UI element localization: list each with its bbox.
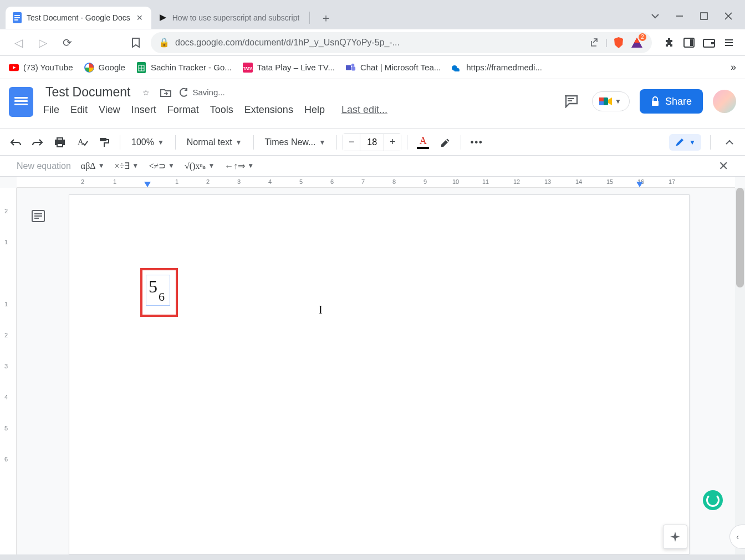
browser-toolbar: ◁ ▷ ⟳ 🔒 docs.google.com/document/d/1hP_y… xyxy=(0,29,745,56)
document-title-input[interactable]: Test Document xyxy=(43,84,132,101)
font-size-control: − + xyxy=(343,133,401,151)
document-page[interactable]: 5 6 I xyxy=(69,194,690,554)
comment-history-icon[interactable] xyxy=(560,90,582,112)
greek-letters-dropdown[interactable]: αβΔ▼ xyxy=(81,161,105,171)
relations-dropdown[interactable]: <≠⊃▼ xyxy=(149,161,175,171)
share-url-icon[interactable] xyxy=(590,38,600,48)
menu-bar: File Edit View Insert Format Tools Exten… xyxy=(43,104,550,116)
indent-marker-right[interactable] xyxy=(636,182,643,187)
nav-back-button[interactable]: ◁ xyxy=(9,33,28,52)
docs-home-button[interactable] xyxy=(9,87,33,117)
svg-point-26 xyxy=(351,63,354,66)
bookmark-youtube[interactable]: (73) YouTube xyxy=(9,63,73,73)
menu-help[interactable]: Help xyxy=(304,104,325,116)
equation-object[interactable]: 5 6 xyxy=(146,275,170,306)
meet-icon xyxy=(598,95,613,107)
spellcheck-button[interactable]: A xyxy=(72,132,92,152)
horizontal-scrollbar[interactable] xyxy=(0,554,745,560)
minimize-button[interactable] xyxy=(673,9,686,23)
separator xyxy=(407,135,407,150)
menu-extensions[interactable]: Extensions xyxy=(244,104,293,116)
editing-mode-dropdown[interactable]: ▼ xyxy=(669,134,701,151)
address-bar[interactable]: 🔒 docs.google.com/document/d/1hP_y_UsnQ7… xyxy=(151,32,652,53)
brave-rewards-icon[interactable] xyxy=(630,35,644,50)
chevron-down-icon: ▼ xyxy=(247,162,254,170)
print-button[interactable] xyxy=(50,132,70,152)
star-icon[interactable]: ☆ xyxy=(139,86,152,99)
google-icon xyxy=(84,63,94,73)
vertical-scrollbar[interactable] xyxy=(735,188,745,560)
account-avatar[interactable] xyxy=(713,90,736,113)
bookmark-page-icon[interactable] xyxy=(126,33,145,52)
misc-operations-dropdown[interactable]: ×÷∃▼ xyxy=(115,161,139,171)
browser-tab-inactive[interactable]: How to use superscript and subscript xyxy=(151,7,307,29)
more-tools-button[interactable]: ••• xyxy=(467,132,487,152)
separator xyxy=(175,135,176,150)
zoom-dropdown[interactable]: 100%▼ xyxy=(126,132,170,152)
menu-view[interactable]: View xyxy=(99,104,120,116)
wallet-icon[interactable] xyxy=(702,35,716,50)
undo-button[interactable] xyxy=(6,132,25,152)
collapse-toolbar-button[interactable] xyxy=(720,132,739,152)
menu-insert[interactable]: Insert xyxy=(131,104,156,116)
paragraph-style-dropdown[interactable]: Normal text▼ xyxy=(181,132,248,152)
separator xyxy=(336,135,337,150)
bookmark-teams[interactable]: Chat | Microsoft Tea... xyxy=(346,63,441,73)
browser-menu-icon[interactable] xyxy=(722,35,736,50)
sheets-icon xyxy=(136,63,146,73)
font-size-input[interactable] xyxy=(360,134,384,151)
svg-rect-12 xyxy=(711,42,715,44)
grammarly-fab[interactable] xyxy=(703,490,723,510)
horizontal-ruler[interactable]: 2 1 1 2 3 4 5 6 7 8 9 10 11 12 13 14 15 … xyxy=(17,177,735,188)
menu-tools[interactable]: Tools xyxy=(210,104,233,116)
font-dropdown[interactable]: Times New...▼ xyxy=(259,132,331,152)
document-outline-button[interactable] xyxy=(30,208,47,224)
extensions-icon[interactable] xyxy=(662,35,676,50)
redo-button[interactable] xyxy=(28,132,48,152)
font-size-increase[interactable]: + xyxy=(384,134,401,151)
menu-edit[interactable]: Edit xyxy=(70,104,88,116)
vertical-ruler[interactable]: 2 1 1 2 3 4 5 6 xyxy=(0,188,17,560)
indent-marker-left[interactable] xyxy=(144,182,151,187)
meet-button[interactable]: ▼ xyxy=(592,91,630,111)
nav-forward-button[interactable]: ▷ xyxy=(33,33,52,52)
bookmark-framedmedia[interactable]: https://framedmedi... xyxy=(452,63,542,73)
explore-button[interactable] xyxy=(663,525,687,549)
chevron-down-icon: ▼ xyxy=(208,162,215,170)
sidebar-icon[interactable] xyxy=(682,35,696,50)
brave-shield-icon[interactable] xyxy=(613,37,624,49)
highlight-color-button[interactable] xyxy=(435,132,455,152)
arrows-dropdown[interactable]: ←↑⇒▼ xyxy=(224,161,254,171)
bookmark-google[interactable]: Google xyxy=(84,63,125,73)
new-equation-button[interactable]: New equation xyxy=(17,161,71,171)
browser-tab-active[interactable]: Test Document - Google Docs ✕ xyxy=(6,7,151,29)
bookmark-tataplay[interactable]: TATATata Play – Live TV... xyxy=(243,63,335,73)
last-edit-link[interactable]: Last edit... xyxy=(341,104,387,116)
tab-search-button[interactable] xyxy=(649,9,662,23)
bookmark-sheets[interactable]: Sachin Tracker - Go... xyxy=(136,63,232,73)
chevron-down-icon: ▼ xyxy=(98,162,105,170)
docs-logo-icon xyxy=(14,97,28,107)
maximize-button[interactable] xyxy=(697,9,711,23)
move-icon[interactable] xyxy=(159,86,172,99)
reload-button[interactable]: ⟳ xyxy=(58,33,76,52)
equation-subscript: 6 xyxy=(159,290,165,304)
url-text: docs.google.com/document/d/1hP_y_UsnQ7Yo… xyxy=(175,38,400,48)
close-window-button[interactable] xyxy=(722,9,735,23)
paint-format-button[interactable] xyxy=(94,132,114,152)
svg-rect-27 xyxy=(351,66,355,70)
math-operations-dropdown[interactable]: √()xⁿₐ▼ xyxy=(185,161,215,171)
menu-format[interactable]: Format xyxy=(167,104,199,116)
new-tab-button[interactable]: ＋ xyxy=(318,9,334,26)
tab-close-button[interactable]: ✕ xyxy=(135,13,145,23)
menu-file[interactable]: File xyxy=(43,104,59,116)
font-size-decrease[interactable]: − xyxy=(343,134,360,151)
docs-header: Test Document ☆ Saving... File Edit View… xyxy=(0,79,745,129)
scrollbar-thumb[interactable] xyxy=(736,188,744,287)
share-button[interactable]: Share xyxy=(640,89,703,114)
svg-rect-33 xyxy=(599,101,604,105)
text-color-button[interactable]: A xyxy=(413,132,433,152)
svg-rect-1 xyxy=(14,15,20,16)
close-equation-toolbar-button[interactable]: ✕ xyxy=(718,159,728,173)
bookmarks-overflow-icon[interactable]: » xyxy=(731,61,736,73)
